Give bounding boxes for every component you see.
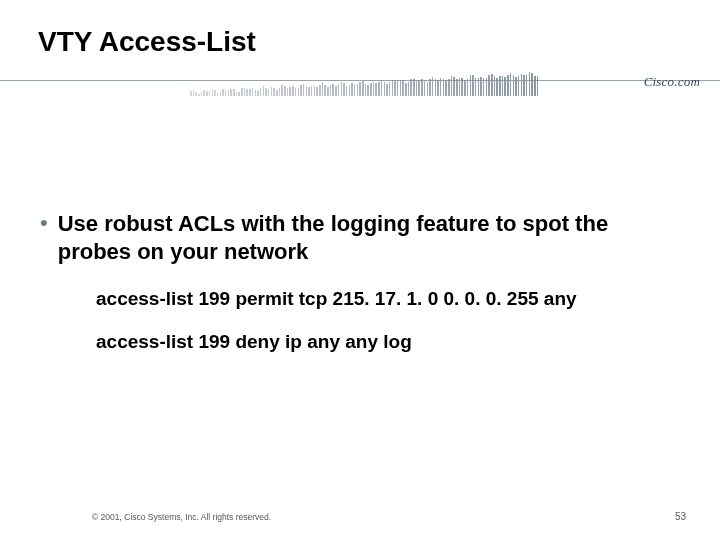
footer-copyright: © 2001, Cisco Systems, Inc. All rights r… [92,512,271,522]
content-area: • Use robust ACLs with the logging featu… [40,210,680,372]
bullet-dot-icon: • [40,210,48,236]
slide-title: VTY Access-List [38,26,256,58]
code-line-2: access-list 199 deny ip any any log [96,330,680,355]
slide: VTY Access-List Cisco.com • Use robust A… [0,0,720,540]
bullet-item: • Use robust ACLs with the logging featu… [40,210,680,265]
brand-text: Cisco.com [644,74,700,90]
footer-page-number: 53 [675,511,686,522]
header-rule: Cisco.com [0,68,720,108]
decorative-bars [190,72,540,96]
bullet-text: Use robust ACLs with the logging feature… [58,210,680,265]
code-line-1: access-list 199 permit tcp 215. 17. 1. 0… [96,287,680,312]
